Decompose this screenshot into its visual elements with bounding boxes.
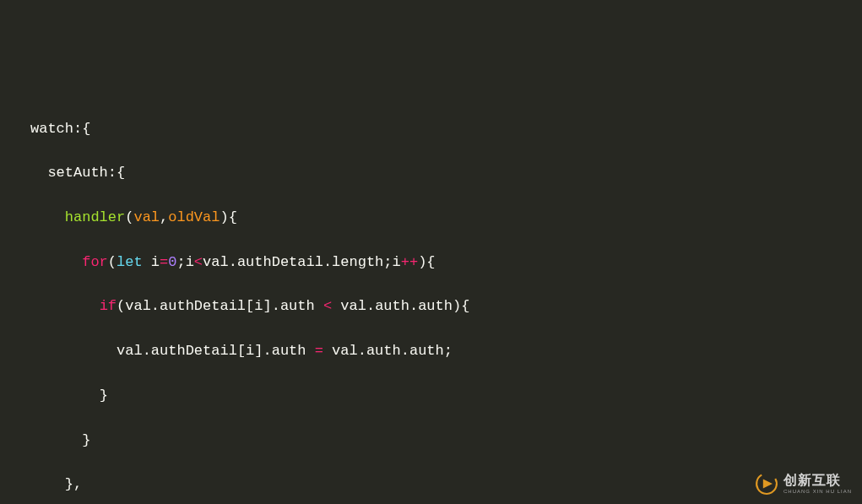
token-paren: ) bbox=[418, 254, 426, 270]
token-var: i bbox=[254, 298, 263, 314]
token-keyword: if bbox=[100, 298, 117, 314]
token-identifier: auth bbox=[409, 343, 444, 359]
token-identifier: length bbox=[332, 254, 383, 270]
code-line: val.authDetail[i].auth = val.auth.auth; bbox=[30, 340, 862, 362]
token-identifier: watch bbox=[30, 121, 73, 137]
code-line: }, bbox=[30, 474, 862, 496]
token-punct: . bbox=[409, 298, 418, 314]
token-brace: } bbox=[82, 432, 90, 448]
token-brace: { bbox=[82, 121, 90, 137]
token-storage: let bbox=[117, 254, 143, 270]
token-var: i bbox=[393, 254, 401, 270]
token-brace: { bbox=[117, 165, 125, 181]
token-var: i bbox=[246, 343, 254, 359]
token-identifier: val bbox=[340, 298, 366, 314]
token-operator: = bbox=[315, 343, 323, 359]
token-operator: < bbox=[323, 298, 332, 314]
svg-marker-1 bbox=[763, 479, 773, 488]
token-identifier: authDetail bbox=[237, 254, 323, 270]
token-function: handler bbox=[65, 209, 125, 225]
token-param: oldVal bbox=[168, 209, 220, 225]
token-punct: , bbox=[73, 476, 82, 492]
token-punct: ; bbox=[176, 254, 185, 270]
token-identifier: authDetail bbox=[160, 298, 246, 314]
watermark-main: 创新互联 bbox=[783, 474, 852, 487]
token-operator: ++ bbox=[401, 254, 418, 270]
token-identifier: auth bbox=[418, 298, 453, 314]
token-operator: < bbox=[194, 254, 203, 270]
token-paren: ( bbox=[125, 209, 133, 225]
token-punct: . bbox=[358, 343, 366, 359]
code-editor: watch:{ setAuth:{ handler(val,oldVal){ f… bbox=[0, 95, 862, 504]
watermark-logo-icon bbox=[755, 472, 778, 496]
token-punct: : bbox=[108, 165, 117, 181]
token-brace: { bbox=[426, 254, 435, 270]
watermark-text: 创新互联 CHUANG XIN HU LIAN bbox=[783, 474, 852, 494]
token-identifier: val bbox=[332, 343, 358, 359]
token-bracket: ] bbox=[254, 343, 263, 359]
token-punct: ; bbox=[444, 343, 453, 359]
token-punct: . bbox=[229, 254, 237, 270]
token-param: val bbox=[133, 209, 160, 225]
token-punct: : bbox=[73, 121, 82, 137]
token-bracket: [ bbox=[237, 343, 246, 359]
token-var: i bbox=[186, 254, 194, 270]
token-paren: ) bbox=[453, 298, 461, 314]
token-identifier: val bbox=[125, 298, 151, 314]
token-var: i bbox=[151, 254, 160, 270]
token-bracket: ] bbox=[263, 298, 271, 314]
token-identifier: auth bbox=[280, 298, 315, 314]
token-punct: . bbox=[366, 298, 375, 314]
token-paren: ) bbox=[220, 209, 228, 225]
token-identifier: authDetail bbox=[151, 343, 237, 359]
token-keyword: for bbox=[82, 254, 108, 270]
token-bracket: [ bbox=[246, 298, 254, 314]
token-brace: } bbox=[65, 476, 73, 492]
code-line: setAuth:{ bbox=[30, 162, 862, 184]
token-punct: . bbox=[151, 298, 160, 314]
token-brace: { bbox=[461, 298, 469, 314]
token-identifier: setAuth bbox=[47, 165, 107, 181]
code-line: for(let i=0;i<val.authDetail.length;i++)… bbox=[30, 252, 862, 274]
token-punct: . bbox=[272, 298, 280, 314]
token-punct: . bbox=[323, 254, 332, 270]
token-identifier: auth bbox=[272, 343, 306, 359]
token-space bbox=[143, 254, 151, 270]
code-line: } bbox=[30, 385, 862, 407]
code-line: if(val.authDetail[i].auth < val.auth.aut… bbox=[30, 295, 862, 317]
token-paren: ( bbox=[108, 254, 117, 270]
token-identifier: val bbox=[203, 254, 229, 270]
code-line: } bbox=[30, 430, 862, 452]
watermark-sub: CHUANG XIN HU LIAN bbox=[783, 489, 852, 494]
token-punct: . bbox=[263, 343, 271, 359]
code-line: handler(val,oldVal){ bbox=[30, 207, 862, 229]
token-punct: . bbox=[143, 343, 151, 359]
token-identifier: auth bbox=[366, 343, 401, 359]
token-identifier: auth bbox=[375, 298, 409, 314]
token-operator: = bbox=[160, 254, 168, 270]
token-paren: ( bbox=[117, 298, 125, 314]
token-punct: , bbox=[160, 209, 168, 225]
code-line: watch:{ bbox=[30, 118, 862, 140]
token-punct: ; bbox=[383, 254, 392, 270]
token-identifier: val bbox=[117, 343, 143, 359]
token-brace: { bbox=[229, 209, 237, 225]
watermark: 创新互联 CHUANG XIN HU LIAN bbox=[755, 472, 852, 496]
token-brace: } bbox=[100, 387, 108, 404]
token-number: 0 bbox=[168, 254, 176, 270]
token-punct: . bbox=[401, 343, 409, 359]
